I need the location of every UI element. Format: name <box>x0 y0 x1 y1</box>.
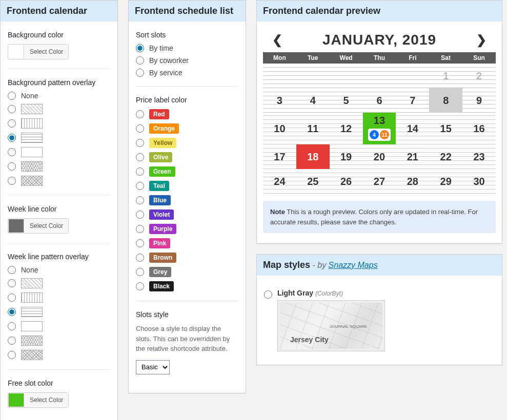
panel-title: Frontend calendar <box>1 1 117 22</box>
cal-cell[interactable] <box>330 64 363 88</box>
cal-cell[interactable]: 14 <box>396 113 429 144</box>
cal-cell[interactable]: 20 <box>363 144 396 169</box>
sort-coworker[interactable]: By coworker <box>136 56 238 65</box>
price-color-teal[interactable]: Teal <box>136 181 238 191</box>
cal-badges: 411 <box>368 129 391 141</box>
cal-cell[interactable]: 19 <box>330 144 363 169</box>
cal-cell[interactable]: 6 <box>363 88 396 113</box>
cal-dow-cell: Mon <box>263 52 296 64</box>
cal-cell[interactable]: 22 <box>429 144 462 169</box>
cal-day-number: 20 <box>374 151 385 163</box>
cal-cell[interactable]: 13411 <box>363 113 396 144</box>
pattern-diag[interactable] <box>8 278 110 288</box>
cal-cell[interactable]: 30 <box>462 169 496 194</box>
price-color-yellow[interactable]: Yellow <box>136 138 238 148</box>
cal-cell[interactable]: 29 <box>429 169 462 194</box>
map-style-option[interactable]: Light Gray (ColorByt) JOURNAL SQUARE Jer… <box>264 285 495 355</box>
cal-dow-cell: Thu <box>363 52 396 64</box>
slots-style-desc: Choose a style to display the slots. Thi… <box>136 324 238 354</box>
price-color-red[interactable]: Red <box>136 109 238 119</box>
pattern-cross[interactable] <box>8 350 110 360</box>
week-line-color-picker[interactable]: Select Color <box>8 218 69 234</box>
price-color-grey[interactable]: Grey <box>136 267 238 277</box>
cal-next-icon[interactable]: ❯ <box>476 33 486 47</box>
cal-cell[interactable]: 17 <box>263 144 296 169</box>
cal-cell[interactable]: 11 <box>296 113 330 144</box>
map-thumbnail: JOURNAL SQUARE Jersey City <box>277 300 385 351</box>
cal-cell[interactable]: 4 <box>296 88 330 113</box>
cal-day-number: 4 <box>310 95 316 107</box>
price-color-orange[interactable]: Orange <box>136 123 238 134</box>
select-color-button[interactable]: Select Color <box>25 393 68 407</box>
pattern-horiz[interactable] <box>8 133 110 143</box>
cal-cell[interactable]: 23 <box>462 144 496 169</box>
price-color-violet[interactable]: Violet <box>136 209 238 220</box>
pattern-diag[interactable] <box>8 104 110 114</box>
cal-cell[interactable]: 28 <box>396 169 429 194</box>
cal-cell[interactable] <box>263 64 296 88</box>
pattern-vert[interactable] <box>8 118 110 129</box>
price-color-green[interactable]: Green <box>136 166 238 177</box>
cal-cell[interactable]: 21 <box>396 144 429 169</box>
pattern-none[interactable]: None <box>8 266 110 274</box>
cal-day-number: 22 <box>440 151 452 163</box>
calendar-preview-panel: Frontend calendar preview ❮ JANUARY, 201… <box>256 0 502 244</box>
cal-cell[interactable]: 27 <box>363 169 396 194</box>
bg-color-picker[interactable]: Select Color <box>8 44 69 59</box>
cal-cell[interactable] <box>296 64 330 88</box>
cal-cell[interactable]: 15 <box>429 113 462 144</box>
sort-time[interactable]: By time <box>136 44 238 52</box>
pattern-dots[interactable] <box>8 147 110 157</box>
cal-day-number: 10 <box>274 123 285 135</box>
cal-day-number: 14 <box>407 123 418 135</box>
price-color-brown[interactable]: Brown <box>136 253 238 263</box>
cal-cell[interactable]: 1 <box>429 64 462 88</box>
cal-prev-icon[interactable]: ❮ <box>272 33 282 47</box>
cal-cell[interactable]: 8 <box>429 88 462 113</box>
pattern-dots[interactable] <box>8 321 110 331</box>
cal-cell[interactable]: 25 <box>296 169 330 194</box>
cal-badge: 11 <box>380 130 389 139</box>
sort-service[interactable]: By service <box>136 69 238 77</box>
price-tag: Purple <box>149 224 176 234</box>
cal-cell[interactable]: 3 <box>263 88 296 113</box>
pattern-zig[interactable] <box>8 161 110 172</box>
cal-cell[interactable]: 2 <box>462 64 496 88</box>
cal-cell[interactable] <box>363 64 396 88</box>
slots-style-select[interactable]: Basic <box>136 360 170 374</box>
cal-badge: 4 <box>370 130 379 139</box>
frontend-schedule-panel: Frontend schedule list Sort slots By tim… <box>128 0 246 393</box>
price-color-olive[interactable]: Olive <box>136 152 238 162</box>
cal-cell[interactable] <box>396 64 429 88</box>
price-color-black[interactable]: Black <box>136 281 238 291</box>
cal-cell[interactable]: 7 <box>396 88 429 113</box>
cal-cell[interactable]: 5 <box>330 88 363 113</box>
map-style-radio[interactable] <box>264 290 272 299</box>
cal-cell[interactable]: 9 <box>462 88 496 113</box>
cal-cell[interactable]: 24 <box>263 169 296 194</box>
snazzy-maps-link[interactable]: Snazzy Maps <box>329 261 378 269</box>
pattern-none[interactable]: None <box>8 92 110 100</box>
price-color-pink[interactable]: Pink <box>136 238 238 248</box>
cal-cell[interactable]: 10 <box>263 113 296 144</box>
pattern-vert[interactable] <box>8 292 110 303</box>
cal-day-number: 2 <box>476 70 482 82</box>
price-color-blue[interactable]: Blue <box>136 195 238 205</box>
free-slot-color-picker[interactable]: Select Color <box>8 392 69 408</box>
cal-cell[interactable]: 12 <box>330 113 363 144</box>
cal-dow-cell: Sun <box>462 52 496 64</box>
pattern-zig[interactable] <box>8 335 110 346</box>
pattern-cross[interactable] <box>8 176 110 186</box>
price-tag: Brown <box>149 253 176 263</box>
cal-day-number: 24 <box>274 176 285 187</box>
select-color-button[interactable]: Select Color <box>25 45 68 59</box>
map-style-label: Light Gray (ColorByt) <box>277 289 385 297</box>
cal-cell[interactable]: 16 <box>462 113 496 144</box>
cal-dow-cell: Fri <box>396 52 429 64</box>
price-color-purple[interactable]: Purple <box>136 224 238 234</box>
cal-cell[interactable]: 18 <box>296 144 330 169</box>
pattern-horiz[interactable] <box>8 307 110 317</box>
cal-day-number: 29 <box>440 176 452 187</box>
select-color-button[interactable]: Select Color <box>25 219 68 233</box>
cal-cell[interactable]: 26 <box>330 169 363 194</box>
